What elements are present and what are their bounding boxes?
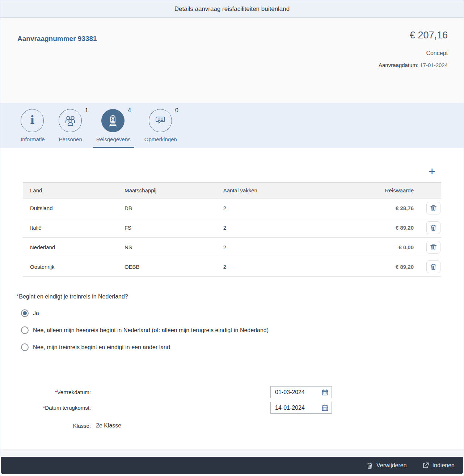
col-header-maatschappij: Maatschappij: [125, 187, 223, 193]
trash-icon: [366, 462, 373, 469]
request-date-label: Aanvraagdatum:: [379, 62, 418, 68]
train-journey-radio-group: *Begint en eindigt je treinreis in Neder…: [17, 293, 441, 351]
details-dialog: Details aanvraag reisfaciliteiten buiten…: [0, 0, 464, 476]
request-date: Aanvraagdatum: 17-01-2024: [379, 62, 448, 68]
add-row-button[interactable]: +: [429, 167, 435, 176]
class-row: Klasse: 2e Klasse: [23, 422, 441, 430]
status-text: Concept: [379, 50, 448, 57]
tab-count-badge: 1: [85, 107, 88, 114]
tab-content-reisgegevens: + Land Maatschappij Aantal vakken Reiswa…: [0, 148, 464, 450]
travel-table-header: Land Maatschappij Aantal vakken Reiswaar…: [23, 182, 441, 199]
trash-icon: [430, 205, 437, 212]
calendar-icon[interactable]: [321, 389, 329, 396]
class-label: Klasse:: [23, 423, 91, 429]
departure-date-label: *Vertrekdatum:: [23, 389, 91, 395]
icon-tab-bar: i Informatie 1: [0, 103, 464, 148]
request-number-title: Aanvraagnummer 93381: [17, 30, 97, 103]
departure-date-row: *Vertrekdatum: 01-03-2024: [23, 386, 441, 398]
trash-icon: [430, 224, 437, 231]
class-value: 2e Klasse: [96, 422, 121, 429]
selected-tab-underline: [93, 147, 134, 148]
radio-group-question: *Begint en eindigt je treinreis in Neder…: [17, 293, 441, 300]
tab-reisgegevens[interactable]: 4 Reisgegevens: [93, 103, 134, 148]
trash-icon: [430, 263, 437, 270]
tab-count-badge: 0: [175, 107, 178, 114]
radio-button-icon[interactable]: [21, 309, 29, 317]
delete-row-button[interactable]: [426, 202, 440, 214]
tab-informatie[interactable]: i Informatie: [17, 103, 48, 148]
info-icon: i: [21, 109, 44, 132]
table-row: Duitsland DB 2 € 28,76: [23, 199, 441, 218]
dialog-titlebar: Details aanvraag reisfaciliteiten buiten…: [0, 0, 464, 18]
tab-count-badge: 4: [128, 107, 131, 114]
tab-label: Personen: [59, 136, 82, 142]
submit-request-button[interactable]: Indienen: [422, 462, 455, 469]
radio-option-nee-heenreis[interactable]: Nee, alleen mijn heenreis begint in Nede…: [21, 326, 441, 334]
request-date-value: 17-01-2024: [420, 62, 448, 68]
return-date-label: *Datum terugkomst:: [23, 405, 91, 411]
radio-button-icon[interactable]: [21, 343, 29, 351]
departure-date-input[interactable]: 01-03-2024: [270, 386, 332, 398]
travel-table: Land Maatschappij Aantal vakken Reiswaar…: [23, 182, 441, 277]
footer-spacer: [0, 450, 464, 457]
table-row: Italië FS 2 € 89,20: [23, 218, 441, 238]
table-row: Nederland NS 2 € 0,00: [23, 238, 441, 257]
delete-row-button[interactable]: [426, 221, 440, 234]
total-amount: € 207,16: [379, 30, 448, 41]
delete-request-button[interactable]: Verwijderen: [366, 462, 407, 469]
col-header-land: Land: [23, 187, 125, 193]
action-footer: Verwijderen Indienen: [1, 457, 463, 474]
tab-label: Informatie: [21, 136, 45, 142]
tab-label: Reisgegevens: [96, 136, 131, 142]
date-form: *Vertrekdatum: 01-03-2024 *Datum ter: [23, 386, 441, 430]
people-icon: [59, 109, 82, 132]
delete-row-button[interactable]: [426, 260, 440, 273]
tab-opmerkingen[interactable]: 0 Opmerkingen: [141, 103, 181, 148]
object-header: Aanvraagnummer 93381 € 207,16 Concept Aa…: [0, 18, 464, 103]
radio-button-icon[interactable]: [21, 326, 29, 334]
radio-option-nee-ander-land[interactable]: Nee, mijn treinreis begint en eindigt in…: [21, 343, 441, 351]
return-date-input[interactable]: 14-01-2024: [270, 402, 332, 414]
tab-label: Opmerkingen: [144, 136, 177, 142]
dialog-title: Details aanvraag reisfaciliteiten buiten…: [174, 5, 290, 13]
table-row: Oostenrijk OEBB 2 € 89,20: [23, 257, 441, 277]
col-header-reiswaarde: Reiswaarde: [332, 187, 417, 193]
delete-row-button[interactable]: [426, 241, 440, 254]
submit-icon: [422, 462, 429, 469]
train-icon: [101, 109, 125, 132]
radio-option-ja[interactable]: Ja: [21, 309, 441, 317]
col-header-aantal-vakken: Aantal vakken: [223, 187, 332, 193]
comments-icon: [149, 109, 172, 132]
object-header-right: € 207,16 Concept Aanvraagdatum: 17-01-20…: [379, 30, 448, 103]
calendar-icon[interactable]: [321, 404, 329, 412]
tab-personen[interactable]: 1 Personen: [55, 103, 86, 148]
return-date-row: *Datum terugkomst: 14-01-2024: [23, 402, 441, 414]
trash-icon: [430, 244, 437, 251]
